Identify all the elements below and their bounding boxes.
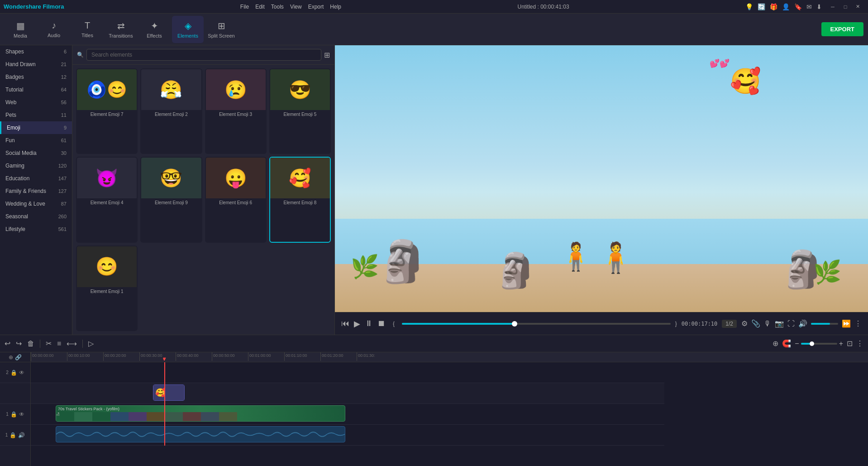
track-eye-1[interactable]: 👁	[19, 411, 24, 418]
category-shapes[interactable]: Shapes 6	[0, 45, 72, 58]
speed-icon[interactable]: ⏩	[842, 319, 851, 328]
download-icon[interactable]: ⬇	[816, 3, 822, 10]
add-track-icon[interactable]: ⊕	[773, 339, 778, 348]
video-clip-main[interactable]: 70s Travel Stickers Pack - (yofilm) 🏖	[56, 405, 345, 422]
redo-button[interactable]: ↪	[16, 339, 22, 348]
minimize-button[interactable]: ─	[826, 2, 839, 12]
track-lock-1[interactable]: 🔒	[10, 411, 17, 418]
tool-media[interactable]: ▦ Media	[5, 16, 36, 43]
element-card-emoji1[interactable]: 😊 Element Emoji 1	[76, 245, 138, 331]
speed-button[interactable]: ▷	[88, 339, 94, 348]
category-web[interactable]: Web 56	[0, 96, 72, 109]
pb-right-icons: ⚙ 📎 🎙 📷 ⛶ 🔊 ⏩ ⋮	[741, 319, 862, 328]
snap-icon[interactable]: 🔗	[15, 354, 22, 360]
person1: 🧍	[559, 240, 593, 275]
clip-icon[interactable]: 📎	[751, 319, 760, 328]
element-card-emoji9[interactable]: 🤓 Element Emoji 9	[140, 157, 202, 242]
delete-button[interactable]: 🗑	[27, 340, 34, 348]
category-pets[interactable]: Pets 11	[0, 109, 72, 121]
menu-tools[interactable]: Tools	[271, 4, 284, 10]
pause-button[interactable]: ⏸	[365, 319, 373, 328]
element-card-emoji8[interactable]: 🥰 Element Emoji 8	[269, 157, 331, 242]
play-button[interactable]: ▶	[354, 319, 360, 329]
sync-icon[interactable]: 🔄	[758, 3, 765, 10]
playhead[interactable]: ▼	[164, 362, 165, 446]
category-badges[interactable]: Badges 12	[0, 71, 72, 83]
notification-icon[interactable]: 💡	[745, 3, 753, 10]
tool-audio[interactable]: ♪ Audio	[38, 16, 70, 43]
element-card-emoji7[interactable]: 🧿😊 Element Emoji 7	[76, 68, 138, 154]
element-card-emoji6[interactable]: 😛 Element Emoji 6	[205, 157, 267, 242]
category-fun[interactable]: Fun 61	[0, 134, 72, 147]
category-seasonal[interactable]: Seasonal 260	[0, 210, 72, 223]
fullscreen-icon[interactable]: ⛶	[787, 320, 795, 328]
element-clip-emoji8[interactable]: Element Emoji 8 🥰	[153, 384, 185, 401]
menu-edit[interactable]: Edit	[255, 4, 265, 10]
search-input[interactable]	[86, 49, 321, 61]
element-card-emoji3[interactable]: 😢 Element Emoji 3	[205, 68, 267, 154]
menu-help[interactable]: Help	[330, 4, 341, 10]
account-icon[interactable]: 👤	[782, 3, 790, 10]
tool-effects[interactable]: ✦ Effects	[138, 16, 170, 43]
category-handdrawn[interactable]: Hand Drawn 21	[0, 58, 72, 71]
add-layer-icon[interactable]: ⊕	[9, 354, 13, 360]
ratio-display[interactable]: 1/2	[722, 320, 737, 328]
element-thumb-emoji5: 😎	[270, 69, 330, 110]
mail-icon[interactable]: ✉	[806, 3, 812, 10]
stretch-button[interactable]: ⟷	[67, 339, 77, 348]
category-weddinglove[interactable]: Wedding & Love 87	[0, 197, 72, 210]
zoom-slider[interactable]	[801, 343, 837, 345]
track-speaker-audio[interactable]: 🔊	[18, 432, 25, 438]
element-card-emoji2[interactable]: 😤 Element Emoji 2	[140, 68, 202, 154]
element-card-emoji4[interactable]: 😈 Element Emoji 4	[76, 157, 138, 242]
fit-icon[interactable]: ⊡	[847, 339, 853, 348]
crop-button[interactable]: ≡	[57, 340, 61, 348]
mic-icon[interactable]: 🎙	[764, 320, 771, 328]
category-familyfriends[interactable]: Family & Friends 127	[0, 185, 72, 197]
zoom-handle[interactable]	[810, 341, 814, 346]
element-card-emoji5[interactable]: 😎 Element Emoji 5	[269, 68, 331, 154]
zoom-in-icon[interactable]: +	[839, 340, 843, 348]
more-tl-icon[interactable]: ⋮	[856, 339, 863, 348]
category-emoji[interactable]: Emoji 9	[0, 121, 72, 134]
track-lock-2[interactable]: 🔒	[10, 370, 17, 376]
tool-transitions[interactable]: ⇄ Transitions	[105, 16, 137, 43]
progress-bar[interactable]	[402, 323, 671, 325]
cut-button[interactable]: ✂	[46, 339, 52, 348]
audio-clip-main[interactable]	[56, 426, 345, 442]
camera-icon[interactable]: 📷	[775, 319, 784, 328]
undo-button[interactable]: ↩	[5, 339, 10, 348]
skip-back-button[interactable]: ⏮	[341, 319, 349, 328]
category-lifestyle[interactable]: Lifestyle 561	[0, 223, 72, 235]
gift-icon[interactable]: 🎁	[770, 3, 777, 10]
track-eye-2[interactable]: 👁	[19, 370, 24, 376]
category-gaming[interactable]: Gaming 120	[0, 159, 72, 172]
track-lock-audio[interactable]: 🔒	[10, 432, 16, 438]
tool-splitscreen[interactable]: ⊞ Split Screen	[205, 16, 237, 43]
category-socialmedia[interactable]: Social Media 30	[0, 147, 72, 159]
category-education[interactable]: Education 147	[0, 172, 72, 185]
stop-button[interactable]: ⏹	[377, 319, 386, 328]
media-icon: ▦	[16, 20, 25, 31]
menu-file[interactable]: File	[240, 4, 249, 10]
search-icon: 🔍	[77, 52, 84, 58]
grid-toggle-icon[interactable]: ⊞	[324, 51, 330, 59]
volume-slider[interactable]	[811, 323, 838, 325]
settings-icon[interactable]: ⚙	[741, 319, 748, 328]
export-button[interactable]: EXPORT	[821, 22, 863, 36]
close-button[interactable]: ✕	[852, 2, 864, 12]
element-label-emoji1: Element Emoji 1	[77, 287, 137, 296]
menu-view[interactable]: View	[290, 4, 302, 10]
emoji-overlay: 🥰	[730, 67, 761, 96]
volume-icon[interactable]: 🔊	[798, 319, 807, 328]
more-icon[interactable]: ⋮	[854, 319, 862, 328]
bookmark-icon[interactable]: 🔖	[794, 3, 802, 10]
menu-export[interactable]: Export	[308, 4, 324, 10]
category-tutorial[interactable]: Tutorial 64	[0, 83, 72, 96]
tool-elements[interactable]: ◈ Elements	[172, 16, 204, 43]
maximize-button[interactable]: □	[839, 2, 852, 12]
zoom-out-icon[interactable]: −	[795, 340, 799, 348]
tool-titles[interactable]: T Titles	[72, 16, 103, 43]
progress-handle[interactable]	[512, 321, 517, 327]
magnet-icon[interactable]: 🧲	[782, 339, 791, 348]
